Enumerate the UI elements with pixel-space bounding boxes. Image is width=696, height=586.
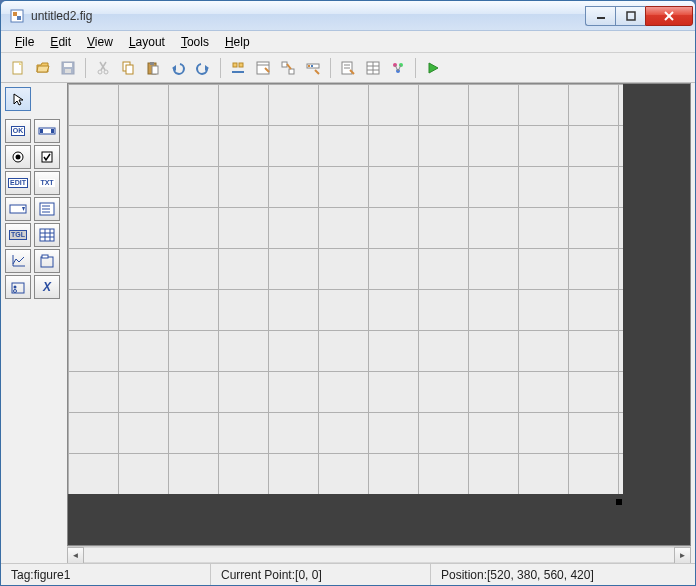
status-tag-label: Tag: — [11, 568, 34, 582]
resize-handle[interactable] — [616, 499, 622, 505]
activex-tool[interactable]: X — [34, 275, 60, 299]
menu-editor-button[interactable] — [252, 57, 274, 79]
window-title: untitled2.fig — [31, 9, 585, 23]
table-tool[interactable] — [34, 223, 60, 247]
svg-rect-52 — [42, 152, 52, 162]
status-tag-value: figure1 — [34, 568, 71, 582]
slider-tool[interactable] — [34, 119, 60, 143]
horizontal-scrollbar[interactable]: ◄ ► — [67, 546, 691, 563]
new-button[interactable] — [7, 57, 29, 79]
menu-file[interactable]: File — [7, 33, 42, 51]
undo-button[interactable] — [167, 57, 189, 79]
svg-rect-4 — [627, 12, 635, 20]
svg-marker-46 — [14, 94, 23, 105]
pushbutton-tool[interactable]: OK — [5, 119, 31, 143]
menubar: File Edit View Layout Tools Help — [1, 31, 695, 53]
svg-rect-31 — [308, 65, 310, 67]
cut-button[interactable] — [92, 57, 114, 79]
svg-rect-59 — [40, 229, 54, 241]
svg-rect-20 — [152, 66, 158, 74]
statusbar: Tag: figure1 Current Point: [0, 0] Posit… — [1, 563, 695, 585]
component-palette: OK EDIT TXT — [1, 83, 67, 563]
status-tag: Tag: figure1 — [1, 564, 211, 585]
svg-point-69 — [14, 286, 17, 289]
scroll-left-icon[interactable]: ◄ — [67, 547, 84, 563]
svg-rect-23 — [233, 63, 237, 67]
toolbar-separator — [85, 58, 86, 78]
svg-rect-67 — [42, 255, 48, 258]
radiobutton-tool[interactable] — [5, 145, 31, 169]
tab-order-editor-button[interactable] — [277, 57, 299, 79]
svg-rect-24 — [239, 63, 243, 67]
svg-marker-45 — [429, 63, 438, 73]
buttongroup-tool[interactable] — [5, 275, 31, 299]
menu-tools[interactable]: Tools — [173, 33, 217, 51]
run-button[interactable] — [422, 57, 444, 79]
toolbar-editor-button[interactable] — [302, 57, 324, 79]
axes-tool[interactable] — [5, 249, 31, 273]
titlebar: untitled2.fig — [1, 1, 695, 31]
menu-edit[interactable]: Edit — [42, 33, 79, 51]
status-position: Position: [520, 380, 560, 420] — [431, 564, 695, 585]
svg-rect-28 — [282, 62, 287, 67]
paste-button[interactable] — [142, 57, 164, 79]
workarea: OK EDIT TXT — [1, 83, 695, 563]
svg-rect-19 — [150, 62, 154, 65]
window-controls — [585, 6, 693, 26]
object-browser-button[interactable] — [387, 57, 409, 79]
svg-rect-26 — [257, 62, 269, 74]
menu-help[interactable]: Help — [217, 33, 258, 51]
status-cp-label: Current Point: — [221, 568, 295, 582]
toolbar-separator — [415, 58, 416, 78]
app-window: untitled2.fig File Edit View Layout Tool… — [0, 0, 696, 586]
svg-rect-1 — [13, 12, 17, 16]
checkbox-tool[interactable] — [34, 145, 60, 169]
minimize-button[interactable] — [585, 6, 615, 26]
maximize-button[interactable] — [615, 6, 645, 26]
svg-point-51 — [16, 155, 21, 160]
toolbar — [1, 53, 695, 83]
redo-button[interactable] — [192, 57, 214, 79]
status-current-point: Current Point: [0, 0] — [211, 564, 431, 585]
app-icon — [9, 8, 25, 24]
svg-point-14 — [98, 70, 102, 74]
panel-tool[interactable] — [34, 249, 60, 273]
align-objects-button[interactable] — [227, 57, 249, 79]
layout-canvas[interactable] — [67, 83, 691, 546]
save-button[interactable] — [57, 57, 79, 79]
svg-rect-10 — [64, 63, 72, 67]
close-button[interactable] — [645, 6, 693, 26]
canvas-wrap: ◄ ► — [67, 83, 695, 563]
svg-rect-11 — [65, 69, 71, 73]
menu-layout[interactable]: Layout — [121, 33, 173, 51]
svg-rect-2 — [17, 16, 21, 20]
edittext-tool[interactable]: EDIT — [5, 171, 31, 195]
status-pos-value: [520, 380, 560, 420] — [487, 568, 594, 582]
togglebutton-tool[interactable]: TGL — [5, 223, 31, 247]
toolbar-separator — [330, 58, 331, 78]
svg-rect-17 — [126, 65, 133, 74]
select-tool[interactable] — [5, 87, 31, 111]
editor-button[interactable] — [337, 57, 359, 79]
grid-surface[interactable] — [68, 84, 623, 494]
scroll-right-icon[interactable]: ► — [674, 547, 691, 563]
copy-button[interactable] — [117, 57, 139, 79]
toolbar-separator — [220, 58, 221, 78]
svg-point-15 — [104, 70, 108, 74]
svg-rect-48 — [40, 129, 43, 133]
menu-view[interactable]: View — [79, 33, 121, 51]
svg-rect-32 — [311, 65, 313, 67]
property-inspector-button[interactable] — [362, 57, 384, 79]
svg-rect-49 — [51, 129, 54, 133]
popupmenu-tool[interactable] — [5, 197, 31, 221]
svg-rect-29 — [289, 69, 294, 74]
open-button[interactable] — [32, 57, 54, 79]
listbox-tool[interactable] — [34, 197, 60, 221]
status-pos-label: Position: — [441, 568, 487, 582]
status-cp-value: [0, 0] — [295, 568, 322, 582]
scroll-track[interactable] — [84, 547, 674, 563]
svg-point-70 — [14, 290, 17, 293]
statictext-tool[interactable]: TXT — [34, 171, 60, 195]
